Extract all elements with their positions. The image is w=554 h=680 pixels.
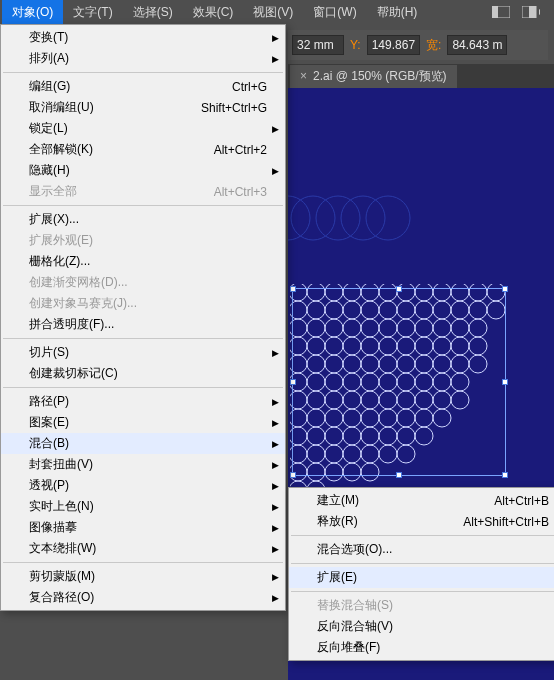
submenu-arrow-icon: ▶ <box>272 166 279 176</box>
svg-rect-3 <box>529 6 536 18</box>
object-menu-item-4[interactable]: 取消编组(U)Shift+Ctrl+G <box>1 97 285 118</box>
menu-item-label: 变换(T) <box>29 29 68 46</box>
object-menu-item-22[interactable]: 混合(B)▶ <box>1 433 285 454</box>
handle-nw[interactable] <box>290 286 296 292</box>
menu-item-label: 拼合透明度(F)... <box>29 316 114 333</box>
close-icon[interactable]: × <box>300 69 307 83</box>
workspace-icon[interactable] <box>522 5 540 19</box>
submenu-arrow-icon: ▶ <box>272 348 279 358</box>
menu-shortcut: Alt+Ctrl+B <box>494 494 549 508</box>
object-menu-item-20[interactable]: 路径(P)▶ <box>1 391 285 412</box>
tab-label: 2.ai @ 150% (RGB/预览) <box>313 68 447 85</box>
menu-item-label: 取消编组(U) <box>29 99 94 116</box>
menu-item-label: 扩展(E) <box>317 569 357 586</box>
handle-se[interactable] <box>502 472 508 478</box>
menu-separator <box>3 205 283 206</box>
menu-window[interactable]: 窗口(W) <box>303 0 366 25</box>
layout-icon[interactable] <box>492 5 510 19</box>
svg-point-8 <box>366 196 410 240</box>
handle-e[interactable] <box>502 379 508 385</box>
svg-point-7 <box>341 196 385 240</box>
object-menu-item-14: 创建对象马赛克(J)... <box>1 293 285 314</box>
handle-s[interactable] <box>396 472 402 478</box>
menu-select[interactable]: 选择(S) <box>123 0 183 25</box>
handle-ne[interactable] <box>502 286 508 292</box>
menu-item-label: 建立(M) <box>317 492 359 509</box>
menu-item-label: 栅格化(Z)... <box>29 253 90 270</box>
blend-submenu-item-7: 替换混合轴(S) <box>289 595 554 616</box>
blend-submenu-item-1[interactable]: 释放(R)Alt+Shift+Ctrl+B <box>289 511 554 532</box>
menu-object[interactable]: 对象(O) <box>2 0 63 25</box>
menu-item-label: 隐藏(H) <box>29 162 70 179</box>
menubar: 对象(O) 文字(T) 选择(S) 效果(C) 视图(V) 窗口(W) 帮助(H… <box>0 0 554 24</box>
object-menu-item-0[interactable]: 变换(T)▶ <box>1 27 285 48</box>
object-menu-item-7[interactable]: 隐藏(H)▶ <box>1 160 285 181</box>
object-menu-item-18[interactable]: 创建裁切标记(C) <box>1 363 285 384</box>
object-menu-item-12[interactable]: 栅格化(Z)... <box>1 251 285 272</box>
menu-type[interactable]: 文字(T) <box>63 0 122 25</box>
ctrl-y-value[interactable]: 149.867 <box>367 35 420 55</box>
object-menu-item-24[interactable]: 透视(P)▶ <box>1 475 285 496</box>
object-menu-item-15[interactable]: 拼合透明度(F)... <box>1 314 285 335</box>
object-menu-item-29[interactable]: 剪切蒙版(M)▶ <box>1 566 285 587</box>
object-menu-item-13: 创建渐变网格(D)... <box>1 272 285 293</box>
object-menu-item-5[interactable]: 锁定(L)▶ <box>1 118 285 139</box>
menu-item-label: 反向混合轴(V) <box>317 618 393 635</box>
blend-submenu-item-3[interactable]: 混合选项(O)... <box>289 539 554 560</box>
blend-submenu-item-8[interactable]: 反向混合轴(V) <box>289 616 554 637</box>
menu-item-label: 排列(A) <box>29 50 69 67</box>
menu-shortcut: Alt+Shift+Ctrl+B <box>463 515 549 529</box>
menu-item-label: 透视(P) <box>29 477 69 494</box>
menu-shortcut: Ctrl+G <box>232 80 267 94</box>
object-menu-item-3[interactable]: 编组(G)Ctrl+G <box>1 76 285 97</box>
menu-item-label: 全部解锁(K) <box>29 141 93 158</box>
menu-item-label: 复合路径(O) <box>29 589 94 606</box>
blend-submenu-item-0[interactable]: 建立(M)Alt+Ctrl+B <box>289 490 554 511</box>
blend-submenu: 建立(M)Alt+Ctrl+B释放(R)Alt+Shift+Ctrl+B混合选项… <box>288 487 554 661</box>
handle-n[interactable] <box>396 286 402 292</box>
submenu-arrow-icon: ▶ <box>272 544 279 554</box>
menu-item-label: 替换混合轴(S) <box>317 597 393 614</box>
object-menu-item-21[interactable]: 图案(E)▶ <box>1 412 285 433</box>
handle-sw[interactable] <box>290 472 296 478</box>
selection-bounds <box>292 288 506 476</box>
object-menu-item-10[interactable]: 扩展(X)... <box>1 209 285 230</box>
control-bar: 32 mm Y: 149.867 宽: 84.643 m <box>288 30 548 60</box>
svg-point-5 <box>291 196 335 240</box>
object-menu-item-1[interactable]: 排列(A)▶ <box>1 48 285 69</box>
object-menu-item-23[interactable]: 封套扭曲(V)▶ <box>1 454 285 475</box>
ctrl-value-1[interactable]: 32 mm <box>292 35 344 55</box>
menu-help[interactable]: 帮助(H) <box>367 0 428 25</box>
submenu-arrow-icon: ▶ <box>272 124 279 134</box>
menu-view[interactable]: 视图(V) <box>243 0 303 25</box>
menu-item-label: 实时上色(N) <box>29 498 94 515</box>
object-menu-item-27[interactable]: 文本绕排(W)▶ <box>1 538 285 559</box>
menu-shortcut: Alt+Ctrl+2 <box>214 143 267 157</box>
blend-submenu-item-5[interactable]: 扩展(E) <box>289 567 554 588</box>
object-menu-item-30[interactable]: 复合路径(O)▶ <box>1 587 285 608</box>
blend-submenu-item-9[interactable]: 反向堆叠(F) <box>289 637 554 658</box>
object-menu-item-8: 显示全部Alt+Ctrl+3 <box>1 181 285 202</box>
menu-item-label: 混合选项(O)... <box>317 541 392 558</box>
menu-shortcut: Shift+Ctrl+G <box>201 101 267 115</box>
handle-w[interactable] <box>290 379 296 385</box>
menu-effect[interactable]: 效果(C) <box>183 0 244 25</box>
menu-separator <box>291 591 554 592</box>
object-menu-item-6[interactable]: 全部解锁(K)Alt+Ctrl+2 <box>1 139 285 160</box>
menu-item-label: 扩展(X)... <box>29 211 79 228</box>
object-menu-item-17[interactable]: 切片(S)▶ <box>1 342 285 363</box>
submenu-arrow-icon: ▶ <box>272 460 279 470</box>
ctrl-w-value[interactable]: 84.643 m <box>447 35 507 55</box>
menu-item-label: 混合(B) <box>29 435 69 452</box>
submenu-arrow-icon: ▶ <box>272 54 279 64</box>
menu-separator <box>3 338 283 339</box>
submenu-arrow-icon: ▶ <box>272 502 279 512</box>
menu-item-label: 文本绕排(W) <box>29 540 96 557</box>
tab-bar: × 2.ai @ 150% (RGB/预览) <box>288 64 554 88</box>
menu-separator <box>3 387 283 388</box>
object-menu-item-26[interactable]: 图像描摹▶ <box>1 517 285 538</box>
object-menu-item-25[interactable]: 实时上色(N)▶ <box>1 496 285 517</box>
menu-separator <box>291 535 554 536</box>
menu-item-label: 创建裁切标记(C) <box>29 365 118 382</box>
document-tab[interactable]: × 2.ai @ 150% (RGB/预览) <box>290 65 457 88</box>
